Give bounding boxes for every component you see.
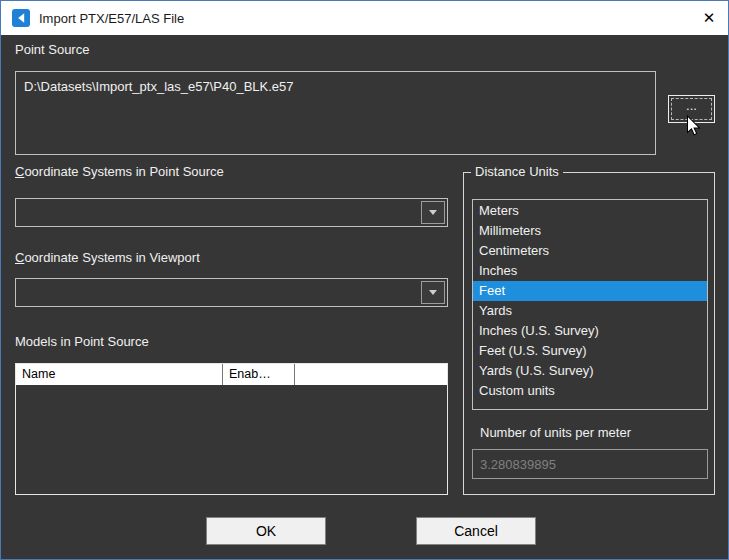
browse-button[interactable]: ... xyxy=(668,95,715,123)
distance-unit-option[interactable]: Meters xyxy=(473,201,707,221)
distance-unit-option[interactable]: Centimeters xyxy=(473,241,707,261)
cancel-button[interactable]: Cancel xyxy=(416,517,536,545)
titlebar: Import PTX/E57/LAS File ✕ xyxy=(1,1,728,35)
units-per-meter-input xyxy=(472,449,708,479)
column-header-enabled: Enab… xyxy=(223,364,295,385)
point-source-label: Point Source xyxy=(15,42,89,57)
distance-units-label: Distance Units xyxy=(471,164,563,179)
distance-unit-option[interactable]: Yards xyxy=(473,301,707,321)
distance-unit-option[interactable]: Inches (U.S. Survey) xyxy=(473,321,707,341)
distance-unit-option[interactable]: Custom units xyxy=(473,381,707,401)
chevron-down-icon[interactable] xyxy=(421,281,445,304)
coordinate-systems-point-source-label: Coordinate Systems in Point Source xyxy=(15,164,224,179)
distance-unit-option[interactable]: Feet (U.S. Survey) xyxy=(473,341,707,361)
distance-unit-option[interactable]: Inches xyxy=(473,261,707,281)
models-table: Name Enab… xyxy=(15,363,448,495)
point-source-field[interactable]: D:\Datasets\Import_ptx_las_e57\P40_BLK.e… xyxy=(15,71,656,155)
distance-units-group: Distance Units Meters Millimeters Centim… xyxy=(463,172,715,495)
chevron-down-glyph xyxy=(429,210,437,215)
browse-button-label: ... xyxy=(686,98,697,113)
coordinate-systems-viewport-select[interactable] xyxy=(15,278,448,307)
ok-button[interactable]: OK xyxy=(206,517,326,545)
distance-unit-option[interactable]: Yards (U.S. Survey) xyxy=(473,361,707,381)
coordinate-systems-point-source-select[interactable] xyxy=(15,198,448,227)
close-icon: ✕ xyxy=(703,9,716,27)
models-table-header: Name Enab… xyxy=(16,364,447,385)
units-per-meter-label: Number of units per meter xyxy=(480,425,631,440)
import-dialog: Import PTX/E57/LAS File ✕ Point Source D… xyxy=(0,0,729,560)
distance-unit-option[interactable]: Millimeters xyxy=(473,221,707,241)
models-label: Models in Point Source xyxy=(15,334,149,349)
models-table-body[interactable] xyxy=(16,385,447,494)
close-button[interactable]: ✕ xyxy=(695,4,723,32)
distance-units-listbox[interactable]: Meters Millimeters Centimeters Inches Fe… xyxy=(472,199,708,410)
window-title: Import PTX/E57/LAS File xyxy=(39,11,184,26)
column-header-name: Name xyxy=(16,364,223,385)
distance-unit-option[interactable]: Feet xyxy=(473,281,707,301)
point-source-path: D:\Datasets\Import_ptx_las_e57\P40_BLK.e… xyxy=(24,79,294,94)
coordinate-systems-viewport-label: Coordinate Systems in Viewport xyxy=(15,250,200,265)
app-icon xyxy=(12,9,30,27)
chevron-down-icon[interactable] xyxy=(421,201,445,224)
chevron-down-glyph xyxy=(429,290,437,295)
